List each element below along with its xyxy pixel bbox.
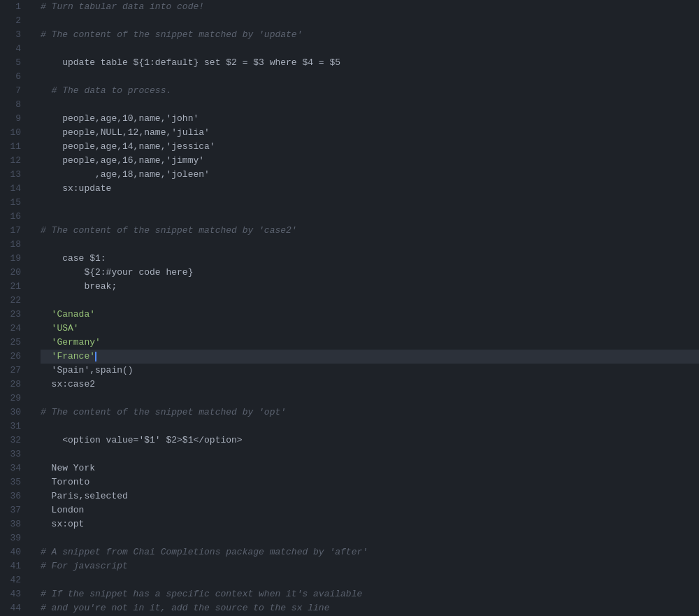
token-plain: New York bbox=[41, 463, 95, 473]
code-line-17: # The content of the snippet matched by … bbox=[41, 224, 699, 238]
code-line-39 bbox=[41, 531, 699, 545]
line-number-20: 20 bbox=[0, 266, 29, 280]
token-comment: # If the snippet has a specific context … bbox=[41, 589, 362, 599]
code-line-6 bbox=[41, 70, 699, 84]
code-line-11: people,age,14,name,'jessica' bbox=[41, 140, 699, 154]
token-plain: people,age,14,name,'jessica' bbox=[41, 141, 215, 152]
line-number-19: 19 bbox=[0, 252, 29, 266]
line-number-43: 43 bbox=[0, 587, 29, 601]
line-number-10: 10 bbox=[0, 126, 29, 140]
code-line-25: 'Germany' bbox=[41, 336, 699, 350]
token-plain: sx:case2 bbox=[41, 379, 95, 389]
code-line-37: London bbox=[41, 503, 699, 517]
token-plain: ,age,18,name,'joleen' bbox=[41, 169, 210, 180]
code-editor: 1234567891011121314151617181920212223242… bbox=[0, 0, 699, 616]
line-number-4: 4 bbox=[0, 42, 29, 56]
code-line-10: people,NULL,12,name,'julia' bbox=[41, 126, 699, 140]
line-number-23: 23 bbox=[0, 308, 29, 322]
code-line-36: Paris,selected bbox=[41, 489, 699, 503]
code-line-21: break; bbox=[41, 280, 699, 294]
line-number-5: 5 bbox=[0, 56, 29, 70]
line-number-28: 28 bbox=[0, 378, 29, 392]
token-plain: sx:opt bbox=[41, 519, 84, 529]
code-line-27: 'Spain',spain() bbox=[41, 364, 699, 378]
code-line-8 bbox=[41, 98, 699, 112]
token-plain: people,age,16,name,'jimmy' bbox=[41, 155, 204, 166]
code-line-38: sx:opt bbox=[41, 517, 699, 531]
code-line-16 bbox=[41, 210, 699, 224]
code-line-26: 'France' bbox=[41, 350, 699, 364]
token-plain: case $1: bbox=[41, 253, 106, 264]
code-line-33 bbox=[41, 447, 699, 461]
token-comment: # and you're not in it, add the source t… bbox=[41, 603, 329, 613]
code-line-5: update table ${1:default} set $2 = $3 wh… bbox=[41, 56, 699, 70]
line-number-35: 35 bbox=[0, 475, 29, 489]
token-plain: sx:update bbox=[41, 183, 111, 194]
line-number-18: 18 bbox=[0, 238, 29, 252]
line-number-22: 22 bbox=[0, 294, 29, 308]
code-line-3: # The content of the snippet matched by … bbox=[41, 28, 699, 42]
code-line-34: New York bbox=[41, 461, 699, 475]
token-plain: 'Spain',spain() bbox=[41, 365, 134, 375]
line-number-16: 16 bbox=[0, 210, 29, 224]
line-number-33: 33 bbox=[0, 447, 29, 461]
token-plain: people,NULL,12,name,'julia' bbox=[41, 127, 210, 138]
line-number-38: 38 bbox=[0, 517, 29, 531]
code-line-1: # Turn tabular data into code! bbox=[41, 0, 699, 14]
token-comment: # A snippet from Chai Completions packag… bbox=[41, 547, 368, 557]
token-comment: # The content of the snippet matched by … bbox=[41, 225, 297, 236]
line-number-44: 44 bbox=[0, 601, 29, 615]
line-number-26: 26 bbox=[0, 350, 29, 364]
line-number-6: 6 bbox=[0, 70, 29, 84]
code-line-14: sx:update bbox=[41, 182, 699, 196]
code-line-18 bbox=[41, 238, 699, 252]
token-comment: # For javascript bbox=[41, 561, 128, 571]
token-plain: break; bbox=[41, 281, 117, 292]
line-number-41: 41 bbox=[0, 559, 29, 573]
code-line-31 bbox=[41, 420, 699, 434]
code-line-28: sx:case2 bbox=[41, 378, 699, 392]
code-line-30: # The content of the snippet matched by … bbox=[41, 406, 699, 420]
code-line-24: 'USA' bbox=[41, 322, 699, 336]
line-number-39: 39 bbox=[0, 531, 29, 545]
line-number-42: 42 bbox=[0, 573, 29, 587]
code-line-15 bbox=[41, 196, 699, 210]
token-comment: # The content of the snippet matched by … bbox=[41, 407, 286, 417]
code-line-9: people,age,10,name,'john' bbox=[41, 112, 699, 126]
code-line-2 bbox=[41, 14, 699, 28]
code-line-20: ${2:#your code here} bbox=[41, 266, 699, 280]
code-line-43: # If the snippet has a specific context … bbox=[41, 587, 699, 601]
line-numbers: 1234567891011121314151617181920212223242… bbox=[0, 0, 29, 616]
code-line-23: 'Canada' bbox=[41, 308, 699, 322]
code-area[interactable]: # Turn tabular data into code! # The con… bbox=[29, 0, 699, 616]
token-plain: ${2:#your code here} bbox=[41, 267, 193, 278]
token-comment: # Turn tabular data into code! bbox=[41, 1, 204, 12]
line-number-3: 3 bbox=[0, 28, 29, 42]
line-number-2: 2 bbox=[0, 14, 29, 28]
line-number-29: 29 bbox=[0, 392, 29, 406]
line-number-32: 32 bbox=[0, 434, 29, 447]
line-number-21: 21 bbox=[0, 280, 29, 294]
token-plain: people,age,10,name,'john' bbox=[41, 113, 199, 124]
token-string: 'USA' bbox=[41, 323, 79, 334]
line-number-12: 12 bbox=[0, 154, 29, 168]
code-line-40: # A snippet from Chai Completions packag… bbox=[41, 545, 699, 559]
line-number-34: 34 bbox=[0, 461, 29, 475]
text-cursor bbox=[95, 352, 96, 361]
line-number-1: 1 bbox=[0, 0, 29, 14]
line-number-30: 30 bbox=[0, 406, 29, 420]
line-number-37: 37 bbox=[0, 503, 29, 517]
line-number-24: 24 bbox=[0, 322, 29, 336]
token-plain: London bbox=[41, 505, 84, 515]
token-plain: Paris,selected bbox=[41, 491, 128, 501]
line-number-15: 15 bbox=[0, 196, 29, 210]
code-line-44: # and you're not in it, add the source t… bbox=[41, 601, 699, 615]
code-line-7: # The data to process. bbox=[41, 84, 699, 98]
code-line-42 bbox=[41, 573, 699, 587]
line-number-9: 9 bbox=[0, 112, 29, 126]
token-plain: Toronto bbox=[41, 477, 89, 487]
token-plain: update table ${1:default} set $2 = $3 wh… bbox=[41, 57, 340, 68]
line-number-8: 8 bbox=[0, 98, 29, 112]
line-number-7: 7 bbox=[0, 84, 29, 98]
line-number-36: 36 bbox=[0, 489, 29, 503]
